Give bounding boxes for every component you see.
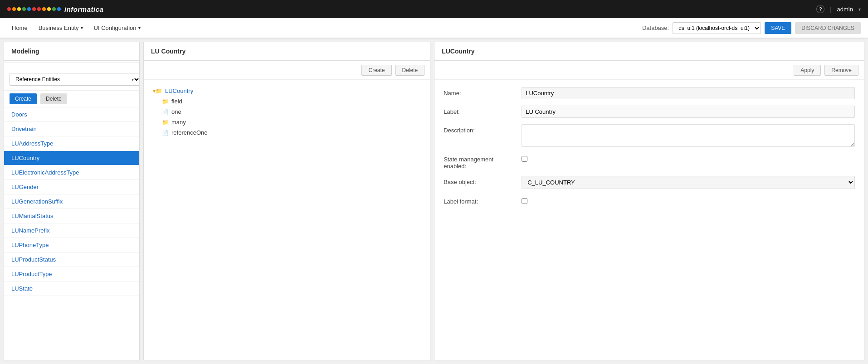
logo-dot [47, 7, 51, 11]
form-area: Name: Label: Description: State manageme… [434, 80, 864, 360]
entity-item-drivetrain[interactable]: Drivetrain [4, 122, 139, 136]
topbar: informatica ? | admin ▾ [0, 0, 868, 18]
reference-entities-select[interactable]: Reference Entities [10, 73, 140, 86]
menu-ui-configuration[interactable]: UI Configuration ▾ [89, 22, 145, 34]
base-object-row: Base object: C_LU_COUNTRY [444, 176, 855, 189]
logo-dot [42, 7, 46, 11]
right-panel-header: LUCountry [434, 42, 864, 61]
remove-button[interactable]: Remove [824, 65, 858, 76]
logo: informatica [7, 5, 103, 13]
tree-row-many[interactable]: 📁 many [160, 117, 423, 127]
label-row: Label: [444, 106, 855, 118]
entity-item-lunameprefix[interactable]: LUNamePrefix [4, 223, 139, 238]
tree-node-referenceOne: 📄 referenceOne [160, 128, 423, 137]
tree-row-field[interactable]: 📁 field [160, 97, 423, 106]
ui-config-chevron: ▾ [138, 25, 141, 30]
logo-dot [12, 7, 16, 11]
database-select[interactable]: ds_ui1 (localhost-orcl-ds_ui1) [673, 22, 761, 34]
menubar: Home Business Entity ▾ UI Configuration … [0, 18, 868, 38]
entity-item-lugender[interactable]: LUGender [4, 180, 139, 194]
name-row: Name: [444, 87, 855, 99]
logo-dot [52, 7, 56, 11]
left-panel-header: Modeling [4, 42, 139, 61]
entity-item-lumaritalstatus[interactable]: LUMaritalStatus [4, 209, 139, 223]
main-layout: Modeling Reference Entities ▾ Create Del… [0, 38, 868, 364]
logo-dot [37, 7, 41, 11]
name-label: Name: [444, 87, 516, 97]
folder-icon: 📁 [162, 98, 169, 105]
state-management-checkbox[interactable] [522, 156, 527, 162]
tree-children: 📁 field📄 one📁 many📄 referenceOne [160, 97, 423, 137]
entity-item-lustate[interactable]: LUState [4, 281, 139, 296]
entity-item-doors[interactable]: Doors [4, 107, 139, 122]
tree-row-referenceOne[interactable]: 📄 referenceOne [160, 128, 423, 137]
file-icon: 📄 [162, 109, 169, 115]
delete-entity-button[interactable]: Delete [40, 93, 67, 104]
entity-item-luelectronicaddresstype[interactable]: LUElectronicAddressType [4, 165, 139, 180]
tree-node-root: ▾📁 LUCountry📁 field📄 one📁 many📄 referenc… [151, 86, 423, 137]
file-icon: 📄 [162, 130, 169, 136]
topbar-right: ? | admin ▾ [816, 5, 861, 13]
logo-dot [7, 7, 11, 11]
logo-dot [32, 7, 36, 11]
entity-item-luphonetype[interactable]: LUPhoneType [4, 238, 139, 252]
right-panel: LUCountry Apply Remove Name: Label: Desc… [434, 42, 864, 360]
left-panel-buttons: Create Delete [4, 91, 139, 107]
menubar-right: Database: ds_ui1 (localhost-orcl-ds_ui1)… [642, 22, 861, 34]
logo-text: informatica [64, 5, 103, 13]
database-label: Database: [642, 24, 669, 31]
entity-item-luaddresstype[interactable]: LUAddressType [4, 136, 139, 151]
label-format-checkbox[interactable] [522, 198, 527, 204]
middle-toolbar: Create Delete [144, 61, 430, 80]
description-textarea[interactable] [522, 124, 855, 147]
tree-root-row[interactable]: ▾📁 LUCountry [151, 86, 423, 96]
description-row: Description: [444, 124, 855, 147]
tree-label-one: one [171, 108, 181, 115]
name-input[interactable] [522, 87, 855, 99]
discard-button[interactable]: DISCARD CHANGES [795, 22, 861, 34]
label-label: Label: [444, 106, 516, 115]
logo-dot [17, 7, 21, 11]
label-format-row: Label format: [444, 195, 855, 205]
base-object-label: Base object: [444, 176, 516, 185]
entity-item-lucountry[interactable]: LUCountry [4, 151, 139, 165]
logo-dots [7, 7, 61, 11]
tree-node-field: 📁 field [160, 97, 423, 106]
logo-dot [57, 7, 61, 11]
tree-label-referenceOne: referenceOne [171, 129, 208, 136]
admin-label[interactable]: admin [837, 6, 853, 13]
tree-label-many: many [171, 119, 186, 126]
middle-create-button[interactable]: Create [361, 65, 391, 76]
tree-area: ▾📁 LUCountry📁 field📄 one📁 many📄 referenc… [144, 80, 430, 360]
folder-icon: 📁 [162, 119, 169, 126]
right-toolbar: Apply Remove [434, 61, 864, 80]
label-input[interactable] [522, 106, 855, 118]
help-icon[interactable]: ? [816, 5, 824, 13]
apply-button[interactable]: Apply [794, 65, 821, 76]
tree-node-one: 📄 one [160, 107, 423, 116]
tree-node-many: 📁 many [160, 117, 423, 127]
menu-home[interactable]: Home [7, 22, 32, 34]
tree-row-one[interactable]: 📄 one [160, 107, 423, 116]
label-format-label: Label format: [444, 195, 516, 205]
create-entity-button[interactable]: Create [10, 93, 37, 104]
menu-business-entity[interactable]: Business Entity ▾ [34, 22, 88, 34]
middle-delete-button[interactable]: Delete [395, 65, 425, 76]
middle-panel: LU Country Create Delete ▾📁 LUCountry📁 f… [143, 42, 430, 360]
tree-label-field: field [171, 98, 182, 105]
logo-dot [27, 7, 31, 11]
business-entity-chevron: ▾ [81, 25, 83, 30]
entity-item-luproducttype[interactable]: LUProductType [4, 267, 139, 281]
description-label: Description: [444, 124, 516, 134]
save-button[interactable]: SAVE [765, 22, 791, 34]
left-controls: Reference Entities ▾ [4, 68, 139, 91]
entity-item-lugenerationsuffix[interactable]: LUGenerationSuffix [4, 194, 139, 209]
entity-list: DoorsDrivetrainLUAddressTypeLUCountryLUE… [4, 107, 139, 360]
left-panel: Modeling Reference Entities ▾ Create Del… [4, 42, 140, 360]
folder-expand-icon: ▾📁 [153, 88, 162, 94]
base-object-select[interactable]: C_LU_COUNTRY [522, 176, 855, 189]
topbar-chevron: ▾ [858, 7, 861, 12]
state-management-label: State management enabled: [444, 153, 516, 170]
menubar-left: Home Business Entity ▾ UI Configuration … [7, 22, 145, 34]
entity-item-luproductstatus[interactable]: LUProductStatus [4, 252, 139, 267]
